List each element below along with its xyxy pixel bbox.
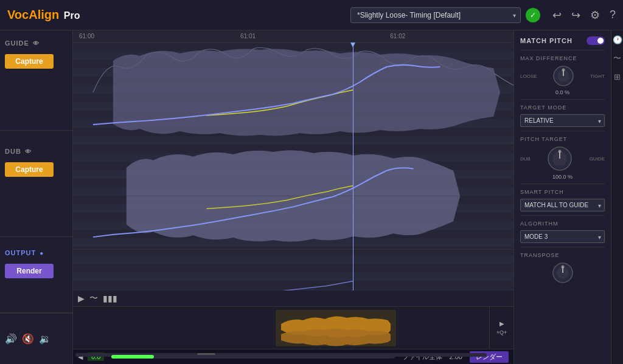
target-mode-select-wrapper: RELATIVE: [520, 114, 605, 127]
output-waveform-track: [73, 249, 513, 290]
zoom-label[interactable]: +Q+: [496, 329, 507, 335]
mixer-icon[interactable]: ⊞: [614, 72, 621, 81]
output-track-name: OUTPUT ●: [5, 249, 68, 256]
logo-align: Align: [29, 8, 59, 21]
undo-icon[interactable]: ↩: [552, 9, 562, 22]
time-marker-0: 61:00: [79, 33, 94, 39]
transpose-label: TRANSPOSE: [520, 252, 605, 258]
guide-capture-button[interactable]: Capture: [5, 54, 54, 69]
play-icon[interactable]: ▶: [78, 294, 85, 303]
right-panel: MATCH PITCH MAX DIFFERENCE LOOSE TIGHT: [513, 30, 611, 364]
preset-dropdown[interactable]: *Slightly Loose- Timing [Default]: [350, 7, 521, 23]
dub-label: DUB: [520, 156, 531, 162]
dub-label-section: DUB 👁 Capture: [0, 131, 72, 237]
divider-3: [520, 131, 605, 131]
header: VocAlign Pro *Slightly Loose- Timing [De…: [0, 0, 623, 30]
transpose-knob-container: [520, 262, 605, 284]
dub-eye-icon[interactable]: 👁: [25, 148, 32, 155]
transpose-knob[interactable]: [552, 262, 574, 284]
knob-label-row: LOOSE TIGHT: [520, 65, 605, 87]
divider-6: [520, 247, 605, 247]
pitch-target-value: 100.0 %: [552, 174, 573, 180]
pitch-target-knob-container: DUB GUIDE 100.0 %: [520, 146, 605, 180]
match-pitch-toggle[interactable]: [586, 36, 605, 45]
settings-icon[interactable]: ⚙: [590, 9, 600, 22]
mini-overview: ▶ +Q+: [73, 306, 513, 349]
mini-waveform: [73, 307, 489, 349]
divider-4: [520, 184, 605, 184]
guide-waveform-track: [73, 43, 513, 143]
max-diff-knob[interactable]: [552, 65, 574, 87]
waveform-area[interactable]: ≋ 🔍 ⊕: [73, 43, 513, 290]
bottom-transport: ▶ 〜 ▮▮▮: [73, 290, 513, 306]
max-diff-value: 0.0 %: [555, 89, 569, 95]
clock-icon[interactable]: 🕐: [613, 35, 622, 44]
target-mode-select[interactable]: RELATIVE: [520, 114, 605, 127]
side-icons-bar: 🕐 〜 ⊞: [611, 30, 623, 364]
preset-container: *Slightly Loose- Timing [Default] ▾: [350, 7, 521, 23]
logo-voc: Voc: [7, 8, 29, 21]
smart-pitch-label: SMART PITCH: [520, 189, 605, 195]
mini-zoom-controls: ▶ +Q+: [489, 307, 513, 349]
target-mode-label: TARGET MODE: [520, 105, 605, 111]
redo-icon[interactable]: ↪: [571, 9, 580, 22]
speaker-icon[interactable]: 🔊: [5, 333, 17, 345]
match-pitch-title: MATCH PITCH: [520, 36, 605, 45]
algorithm-select-wrapper: MODE 3: [520, 230, 605, 243]
max-diff-label: MAX DIFFERENCE: [520, 55, 605, 61]
tight-label: TIGHT: [590, 74, 605, 79]
app-logo: VocAlign Pro: [7, 8, 80, 22]
pitch-target-label: PITCH TARGET: [520, 136, 605, 142]
dub-track-name: DUB 👁: [5, 148, 68, 155]
output-label-section: OUTPUT ● Render: [0, 237, 72, 313]
bars-icon[interactable]: ▮▮▮: [103, 294, 117, 303]
algorithm-select[interactable]: MODE 3: [520, 230, 605, 243]
guide-eye-icon[interactable]: 👁: [33, 40, 40, 47]
logo-pro: Pro: [64, 10, 80, 21]
guide-label-section: GUIDE 👁 Capture: [0, 30, 72, 131]
time-marker-2: 61:02: [390, 33, 405, 39]
pitch-target-knob[interactable]: [547, 146, 573, 171]
dub-waveform-track: [73, 143, 513, 249]
max-diff-knob-container: LOOSE TIGHT 0.0 %: [520, 65, 605, 95]
header-icons: ↩ ↪ ⚙ ?: [552, 9, 616, 22]
smart-pitch-select-wrapper: MATCH ALL TO GUIDE: [520, 199, 605, 211]
svg-rect-2: [73, 250, 513, 290]
divider-5: [520, 215, 605, 216]
loose-label: LOOSE: [520, 74, 537, 79]
playhead: [353, 43, 353, 290]
divider-1: [520, 50, 605, 50]
guide-label: GUIDE: [590, 156, 605, 162]
time-marker-1: 61:01: [240, 33, 256, 39]
help-icon[interactable]: ?: [610, 9, 616, 22]
output-eye-icon[interactable]: ●: [40, 250, 44, 256]
transport-controls: 🔊 🔇 🔉: [0, 313, 72, 364]
waveform-side-icon[interactable]: 〜: [613, 53, 621, 64]
center-panel: 61:00 61:01 61:02: [73, 30, 513, 364]
waveform-icon[interactable]: 〜: [89, 293, 98, 304]
pitch-knob-row: DUB GUIDE: [520, 146, 605, 171]
algorithm-label: ALGORITHM: [520, 221, 605, 227]
play-mini-icon[interactable]: ▶: [499, 320, 504, 327]
guide-track-name: GUIDE 👁: [5, 39, 68, 47]
output-render-button[interactable]: Render: [5, 264, 54, 278]
mute-icon[interactable]: 🔇: [22, 333, 34, 345]
track-labels-panel: GUIDE 👁 Capture DUB 👁 Capture OUTPUT ● R…: [0, 30, 73, 364]
smart-pitch-select[interactable]: MATCH ALL TO GUIDE: [520, 199, 605, 211]
dub-capture-button[interactable]: Capture: [5, 162, 54, 177]
check-icon: ✓: [526, 8, 540, 22]
timeline: 61:00 61:01 61:02: [73, 30, 513, 43]
main-area: GUIDE 👁 Capture DUB 👁 Capture OUTPUT ● R…: [0, 30, 623, 364]
divider-2: [520, 99, 605, 100]
volume-icon[interactable]: 🔉: [39, 333, 51, 345]
